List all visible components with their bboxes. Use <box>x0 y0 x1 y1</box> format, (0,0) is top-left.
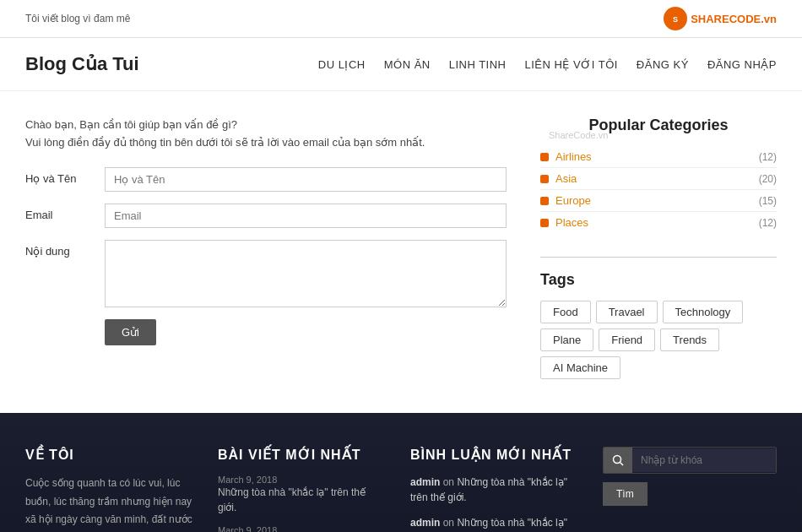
footer-search-wrapper <box>603 447 777 474</box>
category-count-places: (12) <box>759 217 777 229</box>
comment-author-1: admin <box>410 476 440 488</box>
search-icon <box>604 448 632 473</box>
nav-linh-tinh[interactable]: LINH TINH <box>449 58 507 71</box>
email-label: Email <box>25 204 93 221</box>
content-textarea[interactable] <box>105 240 507 307</box>
footer-search-section: Tìm <box>603 447 777 532</box>
footer-grid: VỀ TÔI Cuộc sống quanh ta có lúc vui, lú… <box>25 447 777 532</box>
comment-on-1: on <box>443 476 458 488</box>
footer-search-input[interactable] <box>632 448 776 472</box>
tag-friend[interactable]: Friend <box>599 328 655 351</box>
top-bar-tagline: Tôi viết blog vì đam mê <box>25 13 130 24</box>
category-link-places[interactable]: Places <box>555 216 759 229</box>
tag-plane[interactable]: Plane <box>540 328 593 351</box>
footer: ShareCode.vn VỀ TÔI Cuộc sống quanh ta c… <box>0 413 802 532</box>
list-item: Asia (20) <box>540 168 777 190</box>
email-input[interactable] <box>105 204 507 228</box>
nav-du-lich[interactable]: DU LỊCH <box>318 58 366 71</box>
category-link-airlines[interactable]: Airlines <box>555 150 759 163</box>
svg-point-2 <box>614 456 621 464</box>
tag-ai-machine[interactable]: AI Machine <box>540 356 620 379</box>
svg-line-3 <box>620 463 624 466</box>
category-bullet <box>540 219 549 227</box>
email-form-group: Email <box>25 204 507 228</box>
contact-section: Chào bạn, Bạn cần tôi giúp bạn vấn đề gì… <box>25 117 507 379</box>
post-date-2: March 9, 2018 <box>218 525 385 532</box>
category-count-asia: (20) <box>759 173 777 185</box>
top-bar: Tôi viết blog vì đam mê S SHARECODE.vn <box>0 0 802 38</box>
name-form-group: Họ và Tên <box>25 167 507 192</box>
footer-post-item: March 9, 2018 Những tòa nhà "khắc lạ" tr… <box>218 475 385 515</box>
footer-comments: BÌNH LUẬN MỚI NHẤT admin on Những tòa nh… <box>410 447 577 532</box>
nav-dang-nhap[interactable]: ĐĂNG NHẬP <box>707 58 777 71</box>
comment-on-2: on <box>443 517 458 529</box>
footer-comment-item: admin on Những tòa nhà "khắc lạ" trên th… <box>410 475 577 505</box>
header: Blog Của Tui DU LỊCH MÓN ĂN LINH TINH LI… <box>0 38 802 91</box>
sidebar: ShareCode.vn Popular Categories Airlines… <box>540 117 777 379</box>
category-count-airlines: (12) <box>759 151 777 163</box>
category-count-europe: (15) <box>759 195 777 207</box>
main-nav: DU LỊCH MÓN ĂN LINH TINH LIÊN HỆ VỚI TÔI… <box>318 58 777 71</box>
footer-comment-item: admin on Những tòa nhà "khắc lạ" trên th… <box>410 515 577 532</box>
name-label: Họ và Tên <box>25 167 93 185</box>
svg-text:S: S <box>673 15 678 24</box>
popular-categories-section: Popular Categories Airlines (12) Asia (2… <box>540 117 777 233</box>
content-form-group: Nội dung <box>25 240 507 307</box>
list-item: Places (12) <box>540 212 777 233</box>
tag-food[interactable]: Food <box>540 301 591 323</box>
logo-text: SHARECODE.vn <box>691 13 777 25</box>
list-item: Europe (15) <box>540 190 777 212</box>
sharecode-logo: S SHARECODE.vn <box>664 7 777 30</box>
site-title: Blog Của Tui <box>25 53 139 75</box>
footer-search-button[interactable]: Tìm <box>603 482 648 506</box>
nav-dang-ky[interactable]: ĐĂNG KÝ <box>637 58 689 71</box>
tags-section: Tags Food Travael Technology Plane Frien… <box>540 271 777 379</box>
main-content: Chào bạn, Bạn cần tôi giúp bạn vấn đề gì… <box>0 91 802 413</box>
sidebar-divider <box>540 257 777 258</box>
content-label: Nội dung <box>25 240 93 258</box>
footer-about: VỀ TÔI Cuộc sống quanh ta có lúc vui, lú… <box>25 447 192 532</box>
popular-categories-title: Popular Categories <box>540 117 777 134</box>
comment-author-2: admin <box>410 517 440 529</box>
category-bullet <box>540 197 549 205</box>
tags-container: Food Travael Technology Plane Friend Tre… <box>540 301 777 379</box>
tag-trends[interactable]: Trends <box>660 328 719 351</box>
category-list: Airlines (12) Asia (20) Europe (15) Plac… <box>540 146 777 233</box>
contact-intro-line2: Vui lòng điền đầy đủ thông tin bên dưới … <box>25 134 507 152</box>
submit-button[interactable]: Gửi <box>105 319 156 345</box>
footer-posts-title: BÀI VIẾT MỚI NHẤT <box>218 447 385 463</box>
tag-technology[interactable]: Technology <box>663 301 744 323</box>
category-link-asia[interactable]: Asia <box>555 172 759 185</box>
logo-icon: S <box>664 7 687 30</box>
footer-about-title: VỀ TÔI <box>25 447 192 463</box>
category-bullet <box>540 175 549 183</box>
nav-lien-he[interactable]: LIÊN HỆ VỚI TÔI <box>525 58 618 71</box>
category-link-europe[interactable]: Europe <box>555 194 759 207</box>
footer-about-text: Cuộc sống quanh ta có lúc vui, lúc buồn,… <box>25 475 192 532</box>
name-input[interactable] <box>105 167 507 192</box>
post-title-1: Những tòa nhà "khắc lạ" trên thế giới. <box>218 486 366 513</box>
tags-title: Tags <box>540 271 777 289</box>
nav-mon-an[interactable]: MÓN ĂN <box>384 58 431 71</box>
list-item: Airlines (12) <box>540 146 777 168</box>
category-bullet <box>540 153 549 161</box>
contact-intro: Chào bạn, Bạn cần tôi giúp bạn vấn đề gì… <box>25 117 507 152</box>
post-date-1: March 9, 2018 <box>218 475 385 485</box>
tag-travael[interactable]: Travael <box>596 301 658 323</box>
footer-posts: BÀI VIẾT MỚI NHẤT March 9, 2018 Những tò… <box>218 447 385 532</box>
footer-post-item: March 9, 2018 Những tòa nhà "khắc lạ" tr… <box>218 525 385 532</box>
contact-intro-line1: Chào bạn, Bạn cần tôi giúp bạn vấn đề gì… <box>25 117 507 134</box>
footer-comments-title: BÌNH LUẬN MỚI NHẤT <box>410 447 577 463</box>
